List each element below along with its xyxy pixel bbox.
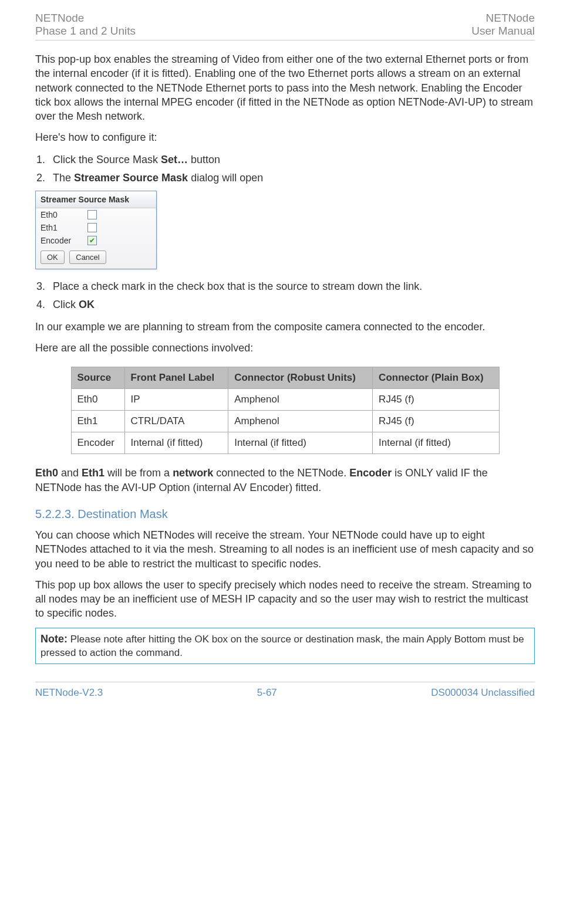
example-paragraph: In our example we are planning to stream… bbox=[35, 320, 535, 334]
cell: Eth1 bbox=[71, 411, 124, 432]
connections-intro: Here are all the possible connections in… bbox=[35, 341, 535, 355]
step2-bold: Streamer Source Mask bbox=[74, 172, 188, 184]
steps-list-34: Place a check mark in the check box that… bbox=[35, 279, 535, 313]
eth-t3: connected to the NETNode. bbox=[213, 467, 349, 479]
dialog-title: Streamer Source Mask bbox=[36, 191, 156, 208]
step4-bold: OK bbox=[79, 299, 95, 310]
dialog-row-encoder: Encoder bbox=[36, 234, 156, 247]
dialog-label-eth1: Eth1 bbox=[41, 223, 87, 232]
table-row: Eth0 IP Amphenol RJ45 (f) bbox=[71, 389, 499, 411]
header-left-line2: Phase 1 and 2 Units bbox=[35, 25, 136, 38]
section-heading-destination-mask: 5.2.2.3. Destination Mask bbox=[35, 507, 535, 521]
th-connector-robust: Connector (Robust Units) bbox=[228, 367, 373, 389]
cell: Internal (if fitted) bbox=[373, 432, 499, 454]
checkbox-eth0[interactable] bbox=[87, 210, 97, 219]
table-row: Encoder Internal (if fitted) Internal (i… bbox=[71, 432, 499, 454]
cell: Internal (if fitted) bbox=[124, 432, 228, 454]
note-box: Note: Please note after hitting the OK b… bbox=[35, 628, 535, 664]
eth-paragraph: Eth0 and Eth1 will be from a network con… bbox=[35, 466, 535, 495]
network-bold: network bbox=[173, 467, 213, 479]
eth-t1: and bbox=[58, 467, 82, 479]
step1-pre: Click the Source Mask bbox=[53, 154, 161, 165]
step1-post: button bbox=[188, 154, 220, 165]
cell: RJ45 (f) bbox=[373, 411, 499, 432]
destination-paragraph-2: This pop up box allows the user to speci… bbox=[35, 578, 535, 621]
cell: Encoder bbox=[71, 432, 124, 454]
streamer-source-mask-dialog: Streamer Source Mask Eth0 Eth1 Encoder O… bbox=[35, 191, 157, 269]
checkbox-encoder[interactable] bbox=[87, 236, 97, 245]
step4-pre: Click bbox=[53, 299, 79, 310]
ok-button[interactable]: OK bbox=[41, 251, 65, 264]
step-3: Place a check mark in the check box that… bbox=[48, 279, 535, 295]
cell: CTRL/DATA bbox=[124, 411, 228, 432]
steps-list-12: Click the Source Mask Set… button The St… bbox=[35, 152, 535, 186]
header-right-line2: User Manual bbox=[471, 25, 535, 38]
cell: Amphenol bbox=[228, 389, 373, 411]
eth0-bold: Eth0 bbox=[35, 467, 58, 479]
header-right-line1: NETNode bbox=[471, 12, 535, 25]
footer-center: 5-67 bbox=[257, 687, 277, 699]
checkbox-eth1[interactable] bbox=[87, 223, 97, 232]
cell: IP bbox=[124, 389, 228, 411]
step-4: Click OK bbox=[48, 297, 535, 313]
th-front-panel: Front Panel Label bbox=[124, 367, 228, 389]
dialog-row-eth1: Eth1 bbox=[36, 221, 156, 234]
eth1-bold: Eth1 bbox=[82, 467, 104, 479]
page-header: NETNode Phase 1 and 2 Units NETNode User… bbox=[35, 12, 535, 40]
destination-paragraph-1: You can choose which NETNodes will recei… bbox=[35, 528, 535, 571]
th-source: Source bbox=[71, 367, 124, 389]
note-text: Please note after hitting the OK box on … bbox=[41, 634, 524, 658]
connections-table: Source Front Panel Label Connector (Robu… bbox=[71, 367, 500, 454]
configure-line: Here's how to configure it: bbox=[35, 130, 535, 144]
step1-bold: Set… bbox=[161, 154, 188, 165]
cell: RJ45 (f) bbox=[373, 389, 499, 411]
footer-right: DS000034 Unclassified bbox=[431, 687, 535, 699]
page-footer: NETNode-V2.3 5-67 DS000034 Unclassified bbox=[35, 682, 535, 699]
step2-post: dialog will open bbox=[188, 172, 263, 184]
encoder-bold: Encoder bbox=[349, 467, 392, 479]
table-row: Eth1 CTRL/DATA Amphenol RJ45 (f) bbox=[71, 411, 499, 432]
th-connector-plain: Connector (Plain Box) bbox=[373, 367, 499, 389]
header-left-line1: NETNode bbox=[35, 12, 136, 25]
cell: Internal (if fitted) bbox=[228, 432, 373, 454]
dialog-row-eth0: Eth0 bbox=[36, 208, 156, 221]
note-label: Note: bbox=[41, 633, 68, 645]
dialog-label-encoder: Encoder bbox=[41, 236, 87, 245]
intro-paragraph: This pop-up box enables the streaming of… bbox=[35, 52, 535, 123]
step-2: The Streamer Source Mask dialog will ope… bbox=[48, 170, 535, 186]
eth-t2: will be from a bbox=[104, 467, 173, 479]
step-1: Click the Source Mask Set… button bbox=[48, 152, 535, 168]
cell: Eth0 bbox=[71, 389, 124, 411]
cell: Amphenol bbox=[228, 411, 373, 432]
footer-left: NETNode-V2.3 bbox=[35, 687, 103, 699]
dialog-label-eth0: Eth0 bbox=[41, 210, 87, 219]
cancel-button[interactable]: Cancel bbox=[69, 251, 106, 264]
step2-pre: The bbox=[53, 172, 74, 184]
